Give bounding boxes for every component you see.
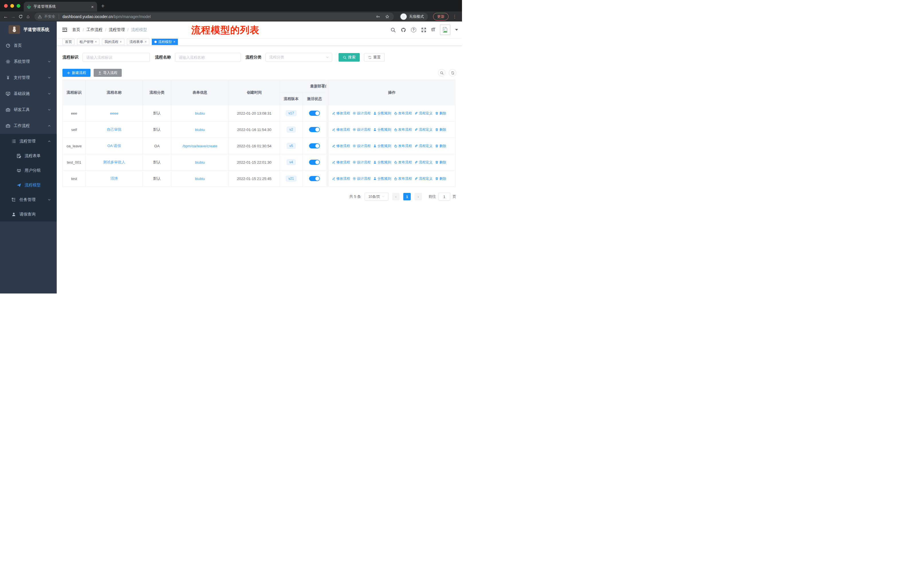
sidebar-logo[interactable]: 芋道管理系统 bbox=[0, 21, 57, 38]
process-name-input[interactable] bbox=[175, 53, 241, 62]
sidebar-item-payment[interactable]: 支付管理 bbox=[0, 69, 57, 86]
window-zoom-button[interactable] bbox=[16, 4, 20, 8]
action-删除[interactable]: 删除 bbox=[435, 160, 446, 165]
goto-page-input[interactable] bbox=[438, 193, 450, 201]
action-修改流程[interactable]: 修改流程 bbox=[332, 111, 350, 116]
tag-close-icon[interactable]: × bbox=[95, 40, 97, 44]
sidebar-item-process-model[interactable]: 流程模型 bbox=[0, 178, 57, 192]
home-icon[interactable]: ⌂ bbox=[25, 13, 31, 20]
sidebar-item-infra[interactable]: 基础设施 bbox=[0, 86, 57, 102]
current-page-button[interactable]: 1 bbox=[403, 193, 411, 200]
form-info-link[interactable]: biubiu bbox=[195, 111, 205, 116]
action-删除[interactable]: 删除 bbox=[435, 144, 446, 149]
action-发布流程[interactable]: 发布流程 bbox=[394, 160, 412, 165]
action-流程定义[interactable]: 流程定义 bbox=[414, 176, 432, 181]
tags-view-item[interactable]: 我的流程× bbox=[102, 39, 124, 45]
address-bar[interactable]: 不安全 dashboard.yudao.iocoder.cn/bpm/manag… bbox=[35, 13, 394, 21]
action-分配规则[interactable]: 分配规则 bbox=[373, 127, 391, 132]
active-toggle[interactable] bbox=[309, 143, 320, 149]
sidebar-item-leave-query[interactable]: 请假查询 bbox=[0, 207, 57, 222]
action-流程定义[interactable]: 流程定义 bbox=[414, 144, 432, 149]
tab-close-icon[interactable]: × bbox=[91, 4, 94, 9]
create-process-button[interactable]: 新建流程 bbox=[63, 69, 91, 77]
sidebar-item-task-manage[interactable]: 任务管理 bbox=[0, 192, 57, 207]
action-发布流程[interactable]: 发布流程 bbox=[394, 111, 412, 116]
forward-icon[interactable]: → bbox=[10, 13, 16, 20]
sidebar-item-process-form[interactable]: 流程表单 bbox=[0, 149, 57, 163]
window-close-button[interactable] bbox=[4, 4, 8, 8]
sidebar-collapse-icon[interactable] bbox=[62, 27, 68, 33]
tag-close-icon[interactable]: × bbox=[120, 40, 122, 44]
action-修改流程[interactable]: 修改流程 bbox=[332, 160, 350, 165]
action-流程定义[interactable]: 流程定义 bbox=[414, 111, 432, 116]
action-删除[interactable]: 删除 bbox=[435, 111, 446, 116]
process-name-link[interactable]: OA 请假 bbox=[107, 143, 121, 149]
action-流程定义[interactable]: 流程定义 bbox=[414, 160, 432, 165]
tag-close-icon[interactable]: × bbox=[173, 40, 175, 44]
browser-tab[interactable]: 芋道管理系统 × bbox=[24, 2, 97, 12]
refresh-table-button[interactable] bbox=[449, 69, 456, 76]
sidebar-item-user-group[interactable]: 用户分组 bbox=[0, 163, 57, 178]
tags-view-item[interactable]: 流程表单× bbox=[127, 39, 149, 45]
reload-icon[interactable] bbox=[18, 13, 23, 20]
action-分配规则[interactable]: 分配规则 bbox=[373, 144, 391, 149]
process-name-link[interactable]: 自己审批 bbox=[107, 127, 122, 132]
action-流程定义[interactable]: 流程定义 bbox=[414, 127, 432, 132]
action-设计流程[interactable]: 设计流程 bbox=[353, 144, 371, 149]
help-icon[interactable]: ? bbox=[411, 27, 416, 32]
form-info-link[interactable]: biubiu bbox=[195, 177, 205, 181]
tags-view-item[interactable]: 首页 bbox=[63, 39, 74, 45]
tags-view-item[interactable]: 租户管理× bbox=[77, 39, 99, 45]
active-toggle[interactable] bbox=[309, 127, 320, 132]
active-toggle[interactable] bbox=[309, 111, 320, 116]
action-分配规则[interactable]: 分配规则 bbox=[373, 176, 391, 181]
action-设计流程[interactable]: 设计流程 bbox=[353, 127, 371, 132]
tags-view-item[interactable]: 流程模型× bbox=[152, 39, 178, 45]
avatar-caret-down-icon[interactable] bbox=[455, 29, 458, 31]
github-icon[interactable] bbox=[401, 27, 406, 33]
search-icon[interactable] bbox=[390, 27, 396, 33]
page-size-select[interactable]: 10条/页 bbox=[365, 193, 388, 201]
action-设计流程[interactable]: 设计流程 bbox=[353, 176, 371, 181]
action-发布流程[interactable]: 发布流程 bbox=[394, 176, 412, 181]
breadcrumb-item[interactable]: 流程管理 bbox=[109, 27, 125, 32]
password-key-icon[interactable] bbox=[376, 15, 380, 19]
action-设计流程[interactable]: 设计流程 bbox=[353, 160, 371, 165]
action-分配规则[interactable]: 分配规则 bbox=[373, 111, 391, 116]
next-page-button[interactable]: › bbox=[414, 193, 422, 200]
sidebar-item-system[interactable]: 系统管理 bbox=[0, 54, 57, 69]
action-删除[interactable]: 删除 bbox=[435, 127, 446, 132]
sidebar-item-process-manage[interactable]: 流程管理 bbox=[0, 134, 57, 149]
process-name-link[interactable]: 滔博 bbox=[111, 176, 118, 181]
action-修改流程[interactable]: 修改流程 bbox=[332, 127, 350, 132]
active-toggle[interactable] bbox=[309, 160, 320, 165]
action-修改流程[interactable]: 修改流程 bbox=[332, 144, 350, 149]
form-info-link[interactable]: biubiu bbox=[195, 127, 205, 132]
action-设计流程[interactable]: 设计流程 bbox=[353, 111, 371, 116]
chrome-update-button[interactable]: 更新 bbox=[433, 13, 449, 20]
action-发布流程[interactable]: 发布流程 bbox=[394, 127, 412, 132]
sidebar-item-devtools[interactable]: 研发工具 bbox=[0, 102, 57, 118]
import-process-button[interactable]: 导入流程 bbox=[94, 69, 122, 77]
action-删除[interactable]: 删除 bbox=[435, 176, 446, 181]
form-info-link[interactable]: biubiu bbox=[195, 160, 205, 165]
avatar[interactable] bbox=[440, 25, 450, 35]
action-发布流程[interactable]: 发布流程 bbox=[394, 144, 412, 149]
form-info-link[interactable]: /bpm/oa/leave/create bbox=[182, 144, 217, 148]
window-minimize-button[interactable] bbox=[10, 4, 14, 8]
search-button[interactable]: 搜索 bbox=[338, 53, 360, 62]
process-id-input[interactable] bbox=[82, 53, 150, 62]
back-icon[interactable]: ← bbox=[3, 13, 8, 20]
chrome-menu-icon[interactable]: ⋮ bbox=[450, 14, 459, 19]
action-修改流程[interactable]: 修改流程 bbox=[332, 176, 350, 181]
process-name-link[interactable]: 测试多审批人 bbox=[103, 160, 125, 165]
prev-page-button[interactable]: ‹ bbox=[392, 193, 399, 200]
action-分配规则[interactable]: 分配规则 bbox=[373, 160, 391, 165]
sidebar-item-workflow[interactable]: 工作流程 bbox=[0, 118, 57, 134]
active-toggle[interactable] bbox=[309, 176, 320, 181]
sidebar-item-home[interactable]: 首页 bbox=[0, 38, 57, 54]
reset-button[interactable]: 重置 bbox=[364, 53, 384, 62]
breadcrumb-item[interactable]: 工作流程 bbox=[86, 27, 102, 32]
process-category-select[interactable]: 流程分类 bbox=[266, 53, 332, 62]
bookmark-star-icon[interactable] bbox=[385, 15, 389, 19]
